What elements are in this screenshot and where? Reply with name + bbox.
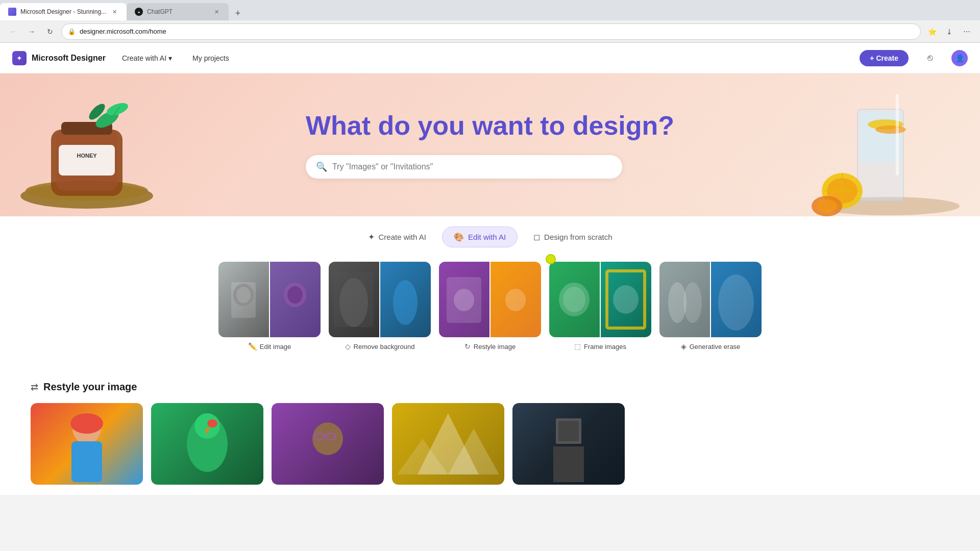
svg-point-33: [505, 289, 526, 311]
edit-image-icon: ✏️: [248, 342, 257, 350]
create-with-ai-label: Create with AI: [122, 54, 166, 62]
svg-point-25: [236, 287, 251, 303]
frame-left: [549, 262, 600, 337]
app: Microsoft Designer Create with AI ▾ My p…: [0, 43, 980, 495]
tab-title-gpt: ChatGPT: [147, 8, 208, 15]
create-with-ai-nav[interactable]: Create with AI ▾: [118, 51, 176, 65]
create-with-ai-tab[interactable]: ✦ Create with AI: [356, 227, 438, 247]
design-from-scratch-tab[interactable]: ◻ Design from scratch: [522, 227, 624, 247]
restyle-section-icon: ⇄: [31, 382, 38, 393]
restyle-card-4[interactable]: [392, 403, 504, 485]
edit-image-card[interactable]: ✏️ Edit image: [218, 262, 321, 350]
svg-rect-13: [860, 112, 901, 163]
svg-point-15: [875, 126, 906, 134]
ms-favicon: [8, 8, 16, 16]
remove-bg-pair: [329, 262, 431, 337]
svg-point-35: [563, 287, 585, 312]
new-tab-button[interactable]: +: [231, 6, 245, 20]
restyle-card-3[interactable]: [272, 403, 384, 485]
restyle-icon: ↻: [464, 342, 471, 350]
remove-bg-right: [380, 262, 431, 337]
edit-image-right: [270, 262, 321, 337]
create-ai-tab-label: Create with AI: [379, 233, 426, 241]
svg-point-27: [287, 286, 303, 304]
action-tabs: ✦ Create with AI 🎨 Edit with AI ◻ Design…: [0, 216, 980, 262]
gen-erase-pair: [659, 262, 762, 337]
remove-bg-label: ◇ Remove background: [345, 342, 415, 350]
tab-bar: Microsoft Designer - Stunning... ✕ ● Cha…: [0, 0, 980, 20]
svg-point-42: [70, 413, 103, 434]
remove-bg-text: Remove background: [354, 343, 415, 350]
generative-erase-card[interactable]: ◈ Generative erase: [659, 262, 762, 350]
edit-with-ai-tab[interactable]: 🎨 Edit with AI: [442, 227, 518, 247]
design-scratch-tab-label: Design from scratch: [544, 233, 612, 241]
tab-ms-designer[interactable]: Microsoft Designer - Stunning... ✕: [0, 3, 127, 20]
restyle-card-5[interactable]: [512, 403, 625, 485]
edit-image-pair: [218, 262, 321, 337]
address-bar[interactable]: 🔒 designer.microsoft.com/home: [61, 23, 921, 40]
restyle-card-1[interactable]: [31, 403, 143, 485]
edit-image-left: [218, 262, 269, 337]
frame-icon: ⬚: [574, 342, 581, 350]
frame-images-card[interactable]: ⬚ Frame images: [549, 262, 651, 350]
restyle-left: [439, 262, 489, 337]
edit-image-text: Edit image: [260, 343, 291, 350]
gen-erase-icon: ◈: [681, 342, 687, 350]
my-projects-nav[interactable]: My projects: [188, 51, 233, 65]
browser-action-3[interactable]: ⋯: [960, 24, 974, 39]
browser-action-1[interactable]: ⭐: [925, 24, 939, 39]
restyle-pair: [439, 262, 541, 337]
restyle-img-2: [151, 403, 263, 485]
remove-background-card[interactable]: ◇ Remove background: [329, 262, 431, 350]
edit-image-label: ✏️ Edit image: [248, 342, 291, 350]
svg-point-32: [454, 289, 474, 311]
restyle-grid: [31, 403, 949, 485]
svg-point-46: [207, 419, 217, 428]
design-scratch-icon: ◻: [533, 232, 540, 242]
create-ai-icon: ✦: [368, 232, 375, 242]
frame-label: ⬚ Frame images: [574, 342, 626, 350]
gen-erase-text: Generative erase: [690, 343, 741, 350]
svg-rect-56: [553, 446, 584, 482]
hero-title: What do you want to design?: [306, 111, 674, 140]
search-input[interactable]: [332, 162, 612, 171]
image-grid: ✏️ Edit image: [31, 262, 949, 350]
address-url: designer.microsoft.com/home: [80, 28, 914, 35]
svg-rect-55: [558, 421, 579, 441]
restyle-label: ↻ Restyle image: [464, 342, 516, 350]
browser-action-2[interactable]: ⤓: [942, 24, 957, 39]
avatar[interactable]: 👤: [951, 50, 968, 66]
create-button-label: + Create: [870, 54, 898, 62]
restyle-img-1: [31, 403, 143, 485]
refresh-button[interactable]: ↻: [43, 24, 57, 39]
back-button[interactable]: ←: [6, 24, 20, 39]
svg-rect-43: [71, 441, 102, 482]
brand-logo[interactable]: Microsoft Designer: [12, 51, 106, 65]
restyle-card-2[interactable]: [151, 403, 263, 485]
restyle-right: [491, 262, 541, 337]
forward-button[interactable]: →: [24, 24, 39, 39]
svg-point-22: [817, 199, 837, 213]
hero-left-decoration: HONEY: [15, 79, 168, 216]
tab-close-ms[interactable]: ✕: [110, 8, 118, 16]
tab-close-gpt[interactable]: ✕: [212, 8, 220, 16]
create-button[interactable]: + Create: [860, 50, 909, 66]
svg-point-30: [393, 280, 418, 325]
chevron-down-icon: ▾: [168, 54, 172, 62]
lock-icon: 🔒: [68, 28, 76, 35]
hero-content: What do you want to design? 🔍: [306, 111, 674, 178]
brand-name: Microsoft Designer: [32, 54, 106, 63]
svg-point-37: [613, 285, 639, 314]
hero-section: HONEY What do you want to design? 🔍: [0, 73, 980, 216]
browser-actions: ⭐ ⤓ ⋯: [925, 24, 974, 39]
my-projects-label: My projects: [192, 54, 229, 62]
frame-text: Frame images: [584, 343, 626, 350]
share-icon[interactable]: ⎋: [921, 49, 939, 67]
gen-erase-right: [711, 262, 762, 337]
search-bar[interactable]: 🔍: [306, 155, 622, 179]
tab-chatgpt[interactable]: ● ChatGPT ✕: [127, 3, 229, 20]
brand-icon: [12, 51, 27, 65]
edit-ai-tab-label: Edit with AI: [468, 233, 506, 241]
restyle-image-card[interactable]: ↻ Restyle image: [439, 262, 541, 350]
svg-point-39: [683, 282, 702, 323]
